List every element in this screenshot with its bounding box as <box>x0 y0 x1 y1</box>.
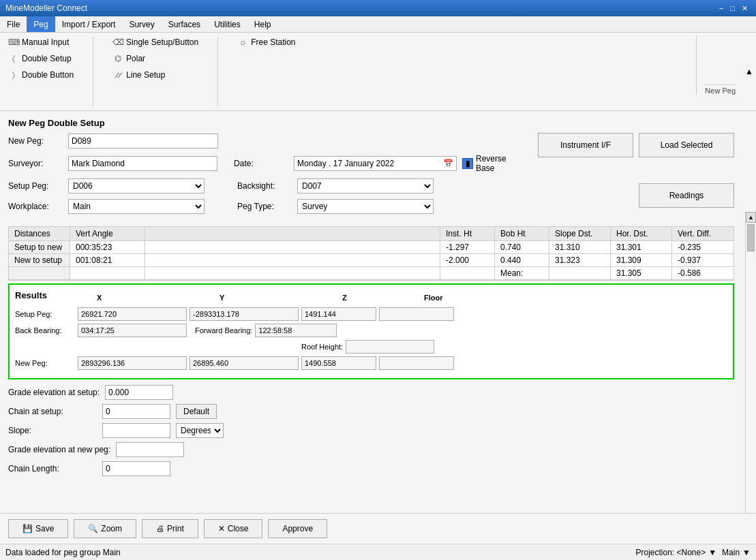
menu-surfaces[interactable]: Surfaces <box>162 16 207 32</box>
readings-button[interactable]: Readings <box>639 183 734 208</box>
results-setup-peg-floor[interactable] <box>379 307 454 321</box>
load-selected-button[interactable]: Load Selected <box>639 133 734 157</box>
scroll-up-button[interactable]: ▲ <box>746 212 756 223</box>
results-setup-peg-z[interactable] <box>301 307 376 321</box>
toolbar-double-button[interactable]: 〉 Double Button <box>5 68 76 82</box>
mean-hor-dst-input[interactable] <box>616 268 664 278</box>
chain-length-label: Chain Length: <box>8 464 97 473</box>
group-dropdown-icon[interactable]: ▼ <box>742 548 751 557</box>
setup-to-new-bob-ht-input[interactable] <box>500 243 541 252</box>
restore-button[interactable]: □ <box>727 4 738 13</box>
setup-to-new-slope-dst-input[interactable] <box>555 243 603 252</box>
menu-peg[interactable]: Peg <box>27 16 55 32</box>
menu-help[interactable]: Help <box>247 16 278 32</box>
projection-dropdown-icon[interactable]: ▼ <box>708 548 716 557</box>
toolbar-manual-input[interactable]: ⌨ Manual Input <box>5 35 76 49</box>
group-label: Main <box>722 548 740 557</box>
new-to-setup-inst-ht-input[interactable] <box>446 255 487 265</box>
top-section: New Peg Double Setup New Peg: Surveyor: … <box>8 118 734 219</box>
grade-elevation-input[interactable] <box>105 385 173 400</box>
forward-bearing-label: Forward Bearing: <box>195 326 252 335</box>
scroll-thumb[interactable] <box>747 224 755 251</box>
results-new-peg-x[interactable] <box>78 356 187 370</box>
toolbar-free-station[interactable]: ☼ Free Station <box>235 35 298 49</box>
save-button[interactable]: 💾 Save <box>8 519 68 538</box>
setup-to-new-inst-ht-input[interactable] <box>446 243 487 252</box>
results-new-peg-label: New Peg: <box>15 359 75 367</box>
results-new-peg-z[interactable] <box>301 356 376 370</box>
new-to-setup-hor-dst-input[interactable] <box>616 255 664 265</box>
projection-label: Projection: <None> <box>635 548 706 557</box>
toolbar-polar[interactable]: ⌬ Polar <box>110 52 201 65</box>
bob-ht-header: Bob Ht <box>495 227 549 240</box>
setup-to-new-hor-dst-input[interactable] <box>616 243 664 252</box>
new-to-setup-vert-diff-input[interactable] <box>678 255 725 265</box>
forward-bearing-input[interactable] <box>255 324 337 337</box>
setup-to-new-vert-angle <box>70 241 145 253</box>
backsight-select[interactable]: D007 <box>297 178 434 193</box>
slope-input[interactable] <box>102 423 170 438</box>
new-to-setup-vert-angle-input[interactable] <box>76 255 137 265</box>
status-right: Projection: <None> ▼ Main ▼ <box>635 548 751 557</box>
setup-peg-select[interactable]: D006 <box>68 178 205 193</box>
close-button[interactable]: ✕ <box>739 4 751 13</box>
surveyor-input[interactable] <box>68 156 217 171</box>
top-buttons: Instrument I/F Load Selected <box>538 133 734 157</box>
z-header: Z <box>342 294 424 302</box>
action-buttons: 💾 Save 🔍 Zoom 🖨 Print ✕ Close Approve <box>0 513 756 544</box>
instrument-button[interactable]: Instrument I/F <box>538 133 633 157</box>
menu-import-export[interactable]: Import / Export <box>55 16 123 32</box>
grade-new-peg-input[interactable] <box>116 442 184 457</box>
default-button[interactable]: Default <box>176 404 217 419</box>
menu-file[interactable]: File <box>0 16 27 32</box>
back-bearing-input[interactable] <box>78 324 187 337</box>
roof-height-input[interactable] <box>346 340 434 354</box>
toolbar-manual-input-label: Manual Input <box>22 37 69 47</box>
approve-button[interactable]: Approve <box>268 519 327 538</box>
calendar-icon[interactable]: 📅 <box>443 159 453 168</box>
reverse-base-button[interactable]: ▮ <box>462 158 473 169</box>
mean-vert-diff-input[interactable] <box>678 268 725 278</box>
chain-at-setup-input[interactable] <box>102 404 170 419</box>
toolbar: ⌨ Manual Input 〈 Double Setup 〉 Double B… <box>0 33 756 111</box>
setup-to-new-vert-angle-input[interactable] <box>76 243 137 252</box>
new-to-setup-bob-ht-input[interactable] <box>500 255 541 265</box>
button-icon: 〉 <box>8 69 19 80</box>
results-title: Results <box>15 290 97 300</box>
toolbar-line-setup-label: Line Setup <box>126 70 165 80</box>
zoom-button[interactable]: 🔍 Zoom <box>74 519 136 538</box>
chain-length-input[interactable] <box>102 461 170 476</box>
menu-survey[interactable]: Survey <box>122 16 161 32</box>
workplace-select[interactable]: Main <box>68 199 205 214</box>
minimize-button[interactable]: − <box>716 4 726 13</box>
mean-empty3 <box>145 267 440 279</box>
print-button[interactable]: 🖨 Print <box>142 519 198 538</box>
new-to-setup-slope-dst-input[interactable] <box>555 255 603 265</box>
results-setup-peg-y[interactable] <box>190 307 299 321</box>
results-new-peg-y[interactable] <box>190 356 299 370</box>
close-icon: ✕ <box>218 524 225 533</box>
new-peg-input[interactable] <box>68 134 218 149</box>
chain-length-row: Chain Length: <box>8 461 734 476</box>
results-setup-peg-x[interactable] <box>78 307 187 321</box>
setup-to-new-inst-ht <box>440 241 495 253</box>
toolbar-double-setup[interactable]: 〈 Double Setup <box>5 52 76 65</box>
toolbar-line-setup[interactable]: ⌭ Line Setup <box>110 68 201 82</box>
scroll-track <box>746 223 756 533</box>
setup-to-new-vert-diff-input[interactable] <box>678 243 725 252</box>
slope-unit-select[interactable]: Degrees Percent Ratio <box>176 423 224 438</box>
close-button-action[interactable]: ✕ Close <box>204 519 263 538</box>
toolbar-single-setup[interactable]: ⌫ Single Setup/Button <box>110 35 201 49</box>
toolbar-col2: ⌫ Single Setup/Button ⌬ Polar ⌭ Line Set… <box>110 35 201 82</box>
form-left: New Peg Double Setup New Peg: Surveyor: … <box>8 118 527 219</box>
workplace-label: Workplace: <box>8 202 63 211</box>
scrollable-content: New Peg Double Setup New Peg: Surveyor: … <box>0 111 742 525</box>
surveyor-row: Surveyor: Date: Monday . 17 January 2022… <box>8 154 527 173</box>
free-station-icon: ☼ <box>237 37 248 48</box>
slope-label: Slope: <box>8 426 97 435</box>
menu-utilities[interactable]: Utilities <box>207 16 247 32</box>
reverse-base-container: ▮ Reverse Base <box>462 154 527 173</box>
toolbar-collapse-icon[interactable]: ▲ <box>745 67 753 76</box>
peg-type-select[interactable]: Survey <box>297 199 434 214</box>
results-new-peg-floor[interactable] <box>379 356 454 370</box>
